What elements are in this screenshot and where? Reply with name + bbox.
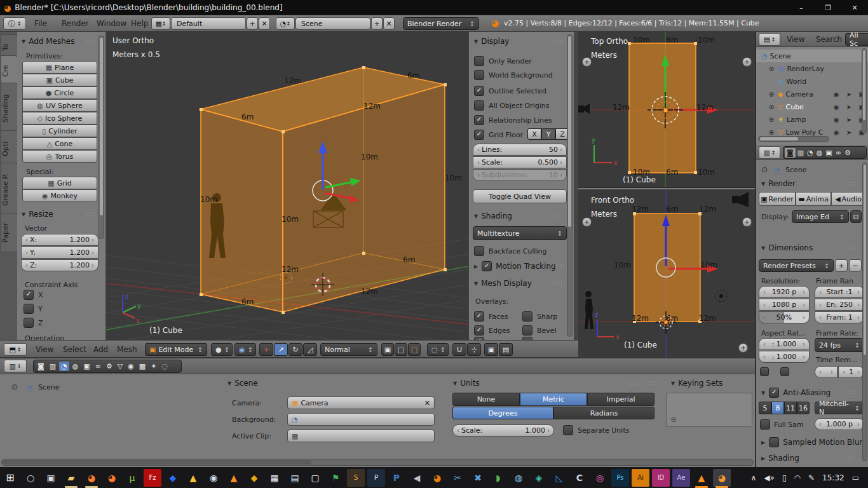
tab-render[interactable]: ◙ — [785, 148, 796, 158]
menu-file[interactable]: File — [34, 15, 47, 32]
tab-world[interactable]: ◍ — [71, 362, 81, 371]
taskbar-google-drive[interactable]: ▲ — [184, 469, 202, 487]
motion-blur-panel-header[interactable]: Sampled Motion Blur — [761, 437, 862, 447]
tab-world[interactable]: ◍ — [815, 148, 824, 158]
menu-help[interactable]: Help — [131, 15, 148, 32]
keying-sets-panel-header[interactable]: Keying Sets — [671, 379, 722, 388]
backface-culling-toggle[interactable]: Backface Culling — [474, 246, 546, 256]
pivot-center-button[interactable]: ◉ — [234, 343, 256, 356]
add-cone-button[interactable]: △Cone — [22, 137, 97, 150]
aa-samples-5[interactable]: 5 — [759, 402, 771, 414]
expand-icon[interactable]: ⊕ — [765, 104, 778, 111]
time-remap-old-field[interactable] — [815, 366, 837, 378]
active-clip-field[interactable]: ▦ — [287, 430, 435, 442]
taskbar-firefox-1[interactable]: ◕ — [83, 469, 100, 487]
tab-object[interactable]: ▣ — [81, 362, 92, 371]
editor-type-button[interactable]: ⬒↕ — [4, 343, 27, 356]
scene-camera-field[interactable]: ▣Camera✕ — [287, 396, 435, 409]
resolution-percentage-slider[interactable]: 50% — [759, 311, 810, 323]
layout-browse-button[interactable]: ▦↕ — [151, 17, 170, 30]
add-meshes-panel-header[interactable]: Add Meshes — [22, 37, 74, 46]
notifications-icon[interactable]: ▭ — [852, 473, 859, 482]
add-ico-sphere-button[interactable]: ◇Ico Sphere — [22, 112, 97, 125]
visibility-icon[interactable]: ◉ — [830, 129, 843, 136]
selectability-icon[interactable]: ➤ — [843, 116, 855, 123]
expand-icon[interactable]: ⊕ — [765, 129, 778, 136]
aspect-x-field[interactable]: : 1.000 — [759, 338, 810, 350]
pin-icon[interactable]: ⊙ — [761, 165, 768, 174]
aa-samples-8[interactable]: 8 — [771, 402, 784, 414]
bevel-toggle[interactable]: Bevel — [522, 325, 557, 336]
outliner-row-world[interactable]: ◍World — [756, 75, 868, 88]
frame-rate-select[interactable]: 24 fps — [815, 338, 864, 352]
manipulator-scale-button[interactable]: ◿ — [303, 343, 317, 356]
layout-name-field[interactable]: Default — [171, 17, 246, 30]
taskbar-clock[interactable]: 15:32 — [822, 473, 844, 482]
toggle-quad-view-button[interactable]: Toggle Quad View — [473, 189, 567, 203]
toolshelf-scrollbar[interactable] — [98, 36, 104, 239]
taskbar-illustrator[interactable]: Ai — [632, 469, 649, 487]
edges-toggle[interactable]: Edges — [474, 325, 510, 336]
filter-size-field[interactable]: 1.000 p — [815, 418, 864, 430]
outliner-row-renderlayers[interactable]: ⊕▥RenderLay — [756, 62, 868, 75]
region-expand-button[interactable]: + — [742, 217, 752, 227]
add-cube-button[interactable]: ▣Cube — [22, 74, 97, 86]
taskbar-shield-app[interactable]: ◈ — [530, 469, 548, 487]
add-plane-button[interactable]: ▦Plane — [22, 61, 97, 74]
render-engine-select[interactable]: Blender Render — [403, 17, 479, 30]
grid-x-toggle[interactable]: X — [527, 128, 541, 140]
taskbar-calculator[interactable]: ▦ — [266, 469, 283, 487]
scene-browse-button[interactable]: ◔↕ — [276, 17, 295, 30]
taskbar-cortana[interactable]: ○ — [22, 469, 39, 487]
units-imperial-button[interactable]: Imperial — [587, 393, 654, 406]
add-cylinder-button[interactable]: ▯Cylinder — [22, 125, 97, 137]
taskbar-vlc[interactable]: ▲ — [225, 469, 243, 487]
frame-start-field[interactable]: Start :1 — [815, 286, 864, 298]
region-expand-button[interactable]: + — [582, 217, 592, 227]
selectability-icon[interactable]: ➤ — [843, 104, 855, 111]
taskbar-aftereffects[interactable]: Ae — [672, 469, 690, 487]
pin-icon[interactable]: ⊙ — [11, 383, 18, 391]
battery-icon[interactable]: ▯ — [782, 473, 787, 482]
region-expand-button[interactable]: + — [742, 57, 752, 67]
taskbar-daemon-tools[interactable]: ◆ — [245, 469, 263, 487]
shading-panel-header[interactable]: Shading — [761, 454, 799, 463]
maximize-button[interactable]: ❐ — [815, 0, 841, 15]
tab-texture[interactable]: ▩ — [137, 362, 147, 371]
outliner-search-menu[interactable]: Search — [816, 32, 842, 48]
viewport-front-ortho[interactable]: zx Front Ortho Meters 12m 6m 12m 10m 10m… — [578, 189, 755, 358]
view-menu[interactable]: View — [36, 341, 53, 358]
editor-type-button[interactable]: ▥↕ — [759, 146, 780, 159]
sharp-toggle[interactable]: Sharp — [522, 311, 557, 322]
tab-options[interactable]: Opti — [1, 130, 18, 167]
preset-add-button[interactable]: + — [835, 259, 848, 272]
volume-icon[interactable]: ◀» — [764, 473, 775, 482]
add-menu[interactable]: Add — [93, 341, 108, 358]
tray-expand-icon[interactable]: ∧ — [751, 473, 757, 482]
tab-render-layers[interactable]: ▥ — [48, 362, 58, 371]
constraint-y-toggle[interactable]: Y — [24, 304, 43, 314]
preset-remove-button[interactable]: − — [849, 259, 862, 272]
units-metric-button[interactable]: Metric — [520, 393, 587, 406]
scene-panel-header[interactable]: Scene — [227, 379, 258, 388]
pen-input-icon[interactable]: ✎ — [808, 473, 815, 482]
resize-panel-header[interactable]: Resize — [22, 210, 53, 219]
world-background-toggle[interactable]: World Background — [474, 70, 553, 80]
info-editor-button[interactable]: ⓘ↕ — [3, 17, 26, 30]
selectability-icon[interactable]: ➤ — [843, 91, 855, 98]
constraint-x-toggle[interactable]: X — [24, 290, 43, 300]
visibility-icon[interactable]: ◉ — [830, 116, 843, 123]
viewport-top-ortho[interactable]: yx Top Ortho Meters 10m 6m 10m 12m 12m 1… — [578, 32, 755, 188]
taskbar-dropbox[interactable]: ◆ — [164, 469, 182, 487]
add-uv-sphere-button[interactable]: ◍UV Sphere — [22, 99, 97, 112]
outliner-row-camera[interactable]: ⊕◆Camera ◉➤▣ — [756, 88, 868, 100]
taskbar-vlc-2[interactable]: ▲ — [693, 469, 710, 487]
npanel-scrollbar[interactable] — [567, 34, 573, 337]
render-presets-select[interactable]: Render Presets — [759, 259, 834, 272]
region-expand-button[interactable]: + — [582, 57, 592, 67]
render-opengl-button[interactable]: ▣ — [484, 343, 498, 356]
separate-units-toggle[interactable]: Separate Units — [563, 425, 629, 435]
taskbar-filezilla[interactable]: Fz — [144, 469, 161, 487]
viewport-shading-button[interactable]: ● — [211, 343, 233, 356]
add-circle-button[interactable]: ●Circle — [22, 86, 97, 99]
